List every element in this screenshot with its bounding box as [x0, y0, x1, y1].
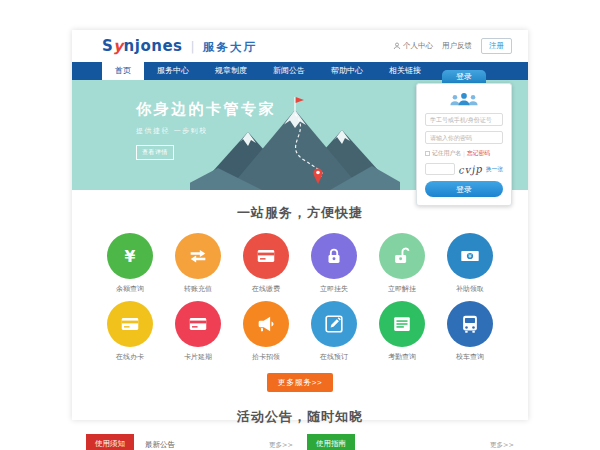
guide-more-link[interactable]: 更多>> — [490, 441, 514, 450]
service-item[interactable]: 转账充值 — [164, 233, 232, 294]
megaphone-icon — [255, 313, 277, 335]
service-label: 在线办卡 — [116, 352, 144, 362]
nav-item-0[interactable]: 首页 — [102, 62, 144, 80]
notice-panel: 使用须知 最新公告 更多>> — [86, 437, 293, 450]
services-section: 一站服务，方便快捷 余额查询 转账充值 在线缴费 立即挂失 立即解挂 — [72, 190, 528, 392]
site-window: Synjones|服务大厅 个人中心 用户反馈 注册 首页 服务中心 规章制度 … — [72, 30, 528, 420]
service-label: 余额查询 — [116, 284, 144, 294]
announcement-panels: 使用须知 最新公告 更多>> 使用指南 更多>> — [72, 437, 528, 450]
services-heading: 一站服务，方便快捷 — [72, 204, 528, 222]
hero-subtitle: 提供捷径 一步到校 — [136, 126, 276, 136]
page-canvas: Synjones|服务大厅 个人中心 用户反馈 注册 首页 服务中心 规章制度 … — [0, 0, 600, 450]
service-item[interactable]: 考勤查询 — [368, 301, 436, 362]
service-label: 补助领取 — [456, 284, 484, 294]
service-circle — [311, 233, 357, 279]
captcha-refresh-link[interactable]: 换一张 — [486, 165, 503, 174]
service-label: 卡片延期 — [184, 352, 212, 362]
guide-panel-header: 使用指南 更多>> — [307, 437, 514, 450]
notice-panel-header: 使用须知 最新公告 更多>> — [86, 437, 293, 450]
user-feedback-link[interactable]: 用户反馈 — [442, 41, 472, 51]
logo-text: njones — [124, 37, 183, 55]
notice-more-link[interactable]: 更多>> — [269, 441, 293, 450]
service-item[interactable]: 拾卡招领 — [232, 301, 300, 362]
logo-mark: y — [113, 37, 123, 55]
service-label: 校车查询 — [456, 352, 484, 362]
service-circle — [379, 233, 425, 279]
person-icon — [393, 42, 401, 50]
tab-usage-notice[interactable]: 使用须知 — [86, 434, 134, 450]
service-item[interactable]: 立即解挂 — [368, 233, 436, 294]
users-icon — [447, 91, 481, 107]
login-submit-button[interactable]: 登录 — [425, 181, 503, 197]
card-icon — [187, 313, 209, 335]
remember-row: 记住用户名 | 忘记密码 — [425, 149, 503, 158]
nav-item-3[interactable]: 新闻公告 — [260, 62, 318, 80]
services-grid: 余额查询 转账充值 在线缴费 立即挂失 立即解挂 补助领取 在线 — [72, 233, 528, 369]
edit-icon — [323, 313, 345, 335]
service-item[interactable]: 立即挂失 — [300, 233, 368, 294]
nav-item-2[interactable]: 规章制度 — [202, 62, 260, 80]
service-item[interactable]: 卡片延期 — [164, 301, 232, 362]
service-label: 转账充值 — [184, 284, 212, 294]
captcha-row: cvjp 换一张 — [425, 163, 503, 175]
service-item[interactable]: 校车查询 — [436, 301, 504, 362]
forgot-password-link[interactable]: 忘记密码 — [467, 149, 490, 158]
service-label: 考勤查询 — [388, 352, 416, 362]
lock-icon — [323, 245, 345, 267]
service-circle — [107, 233, 153, 279]
unlock-icon — [391, 245, 413, 267]
logo-text: S — [102, 37, 113, 55]
captcha-image[interactable]: cvjp — [458, 163, 483, 176]
announcements-heading: 活动公告，随时知晓 — [72, 408, 528, 426]
site-title: 服务大厅 — [203, 40, 257, 54]
service-circle — [107, 301, 153, 347]
username-input[interactable] — [425, 113, 503, 126]
service-label: 立即解挂 — [388, 284, 416, 294]
tab-usage-guide[interactable]: 使用指南 — [307, 434, 355, 450]
service-label: 立即挂失 — [320, 284, 348, 294]
guide-panel: 使用指南 更多>> — [307, 437, 514, 450]
divider: | — [463, 151, 465, 157]
service-item[interactable]: 在线缴费 — [232, 233, 300, 294]
hero-title: 你身边的卡管专家 — [136, 100, 276, 119]
service-circle — [447, 301, 493, 347]
yen-icon — [119, 245, 141, 267]
remember-checkbox[interactable] — [425, 151, 430, 156]
personal-center-link[interactable]: 个人中心 — [393, 41, 433, 51]
service-circle — [175, 301, 221, 347]
card-icon — [119, 313, 141, 335]
password-input[interactable] — [425, 131, 503, 144]
personal-center-label: 个人中心 — [403, 41, 433, 51]
hero-detail-button[interactable]: 查看详情 — [136, 145, 174, 160]
register-button[interactable]: 注册 — [481, 38, 512, 54]
flag-icon — [296, 97, 304, 103]
banknote-icon — [459, 245, 481, 267]
remember-label: 记住用户名 — [432, 149, 461, 158]
service-circle — [311, 301, 357, 347]
nav-item-1[interactable]: 服务中心 — [144, 62, 202, 80]
announcements-section: 活动公告，随时知晓 使用须知 最新公告 更多>> 使用指南 更多>> — [72, 392, 528, 450]
service-label: 在线缴费 — [252, 284, 280, 294]
service-circle — [243, 233, 289, 279]
card-icon — [255, 245, 277, 267]
login-form: 记住用户名 | 忘记密码 cvjp 换一张 登录 — [416, 83, 512, 206]
service-item[interactable]: 余额查询 — [96, 233, 164, 294]
more-services-button[interactable]: 更多服务>> — [267, 373, 333, 392]
captcha-input[interactable] — [425, 163, 455, 175]
service-item[interactable]: 补助领取 — [436, 233, 504, 294]
header: Synjones|服务大厅 个人中心 用户反馈 注册 — [72, 30, 528, 62]
service-item[interactable]: 在线办卡 — [96, 301, 164, 362]
service-item[interactable]: 在线预订 — [300, 301, 368, 362]
bus-icon — [459, 313, 481, 335]
nav-item-4[interactable]: 帮助中心 — [318, 62, 376, 80]
hero-text: 你身边的卡管专家 提供捷径 一步到校 查看详情 — [136, 100, 276, 160]
tab-latest-announcements[interactable]: 最新公告 — [145, 440, 175, 450]
service-circle — [243, 301, 289, 347]
service-circle — [447, 233, 493, 279]
login-tab[interactable]: 登录 — [442, 70, 486, 83]
logo[interactable]: Synjones|服务大厅 — [102, 37, 257, 55]
service-circle — [379, 301, 425, 347]
logo-divider: | — [191, 40, 196, 54]
service-circle — [175, 233, 221, 279]
user-feedback-label: 用户反馈 — [442, 41, 472, 51]
